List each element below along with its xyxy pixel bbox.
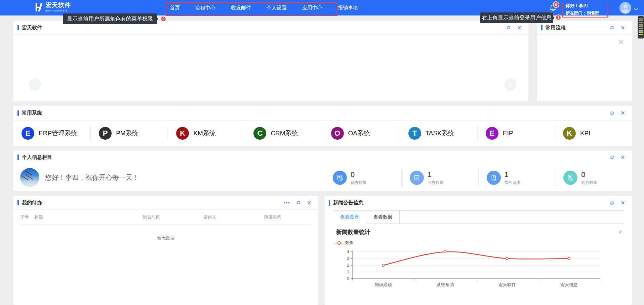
erp-system-icon: E	[22, 127, 34, 140]
legend-label: 数量	[345, 240, 353, 246]
close-icon[interactable]: ×	[307, 200, 312, 206]
download-icon[interactable]	[617, 229, 623, 236]
notification-badge: 0	[553, 1, 559, 8]
scroll-minimap[interactable]	[638, 16, 644, 38]
panel-common-systems: 常用系统 × E ERP管理系统 P PM系统 K KM系统 C CRM系统 O…	[13, 106, 632, 146]
stat-my-requests: 1 我的请求	[478, 168, 555, 187]
km-system-icon: K	[176, 127, 189, 140]
stat-pending: 0 待办数量	[325, 168, 401, 187]
svg-text:3: 3	[347, 256, 349, 261]
close-icon[interactable]: ×	[620, 200, 625, 206]
panel-title: 个人信息栏目	[22, 154, 52, 161]
title-accent-bar	[329, 200, 330, 206]
user-photo	[20, 168, 39, 187]
svg-text:4: 4	[347, 249, 349, 254]
refresh-icon[interactable]	[296, 200, 301, 205]
stat-transferred: 0 转办数量	[555, 168, 632, 187]
news-tabbar: 查看图表 查看数据	[333, 210, 624, 224]
title-accent-bar	[17, 155, 19, 160]
annotation-badge-2: 2	[160, 16, 166, 22]
title-accent-bar	[17, 110, 19, 116]
panel-common-flows: 常用流程 ×	[537, 21, 632, 101]
refresh-icon[interactable]	[506, 25, 511, 30]
title-accent-bar	[541, 25, 542, 30]
close-icon[interactable]: ×	[620, 25, 625, 31]
refresh-icon[interactable]	[610, 201, 614, 205]
panel-title: 常用流程	[546, 25, 566, 31]
stat-value: 1	[428, 171, 444, 178]
svg-text:1: 1	[347, 270, 349, 274]
legend-line-marker-icon	[335, 241, 344, 245]
svg-text:宏天软件: 宏天软件	[498, 282, 516, 287]
panel-title: 新闻公告信息	[333, 200, 363, 206]
stat-value: 0	[351, 171, 367, 178]
tab-view-data[interactable]: 查看数据	[366, 211, 400, 223]
nav-highlight-box	[166, 2, 337, 16]
nav-item-expense[interactable]: 报销事项	[338, 5, 358, 11]
panel-news: 新闻公告信息 × 查看图表 查看数据 新闻数量统计 数量 01234知识必读系统…	[325, 196, 632, 305]
pm-system-icon: P	[99, 127, 112, 140]
stat-done: 1 已办数量	[401, 168, 478, 187]
panel-title: 我的待办	[22, 200, 42, 206]
system-eip[interactable]: E EIP	[477, 126, 555, 141]
system-pm[interactable]: P PM系统	[90, 126, 168, 141]
col-arrival-time: 到达时间	[143, 214, 203, 220]
news-line-chart: 01234知识必读系统帮助宏天软件宏天信息	[333, 248, 605, 291]
transfer-list-icon	[563, 171, 577, 185]
app-logo[interactable]: 宏天软件 otent Software	[35, 2, 71, 14]
system-km[interactable]: K KM系统	[168, 126, 245, 141]
chart-title: 新闻数量统计	[336, 228, 370, 236]
svg-text:0: 0	[347, 276, 349, 281]
panel-personal-info: 个人信息栏目 × 您好！李四，祝你开心每一天！ 0 待办数量	[13, 150, 632, 191]
panel-hongtian-carousel: 宏天软件 × ‹ ›	[13, 21, 528, 101]
refresh-icon[interactable]	[610, 111, 614, 115]
welcome-message: 您好！李四，祝你开心每一天！	[45, 173, 139, 182]
calendar-done-icon	[410, 171, 424, 185]
col-flow: 所属流程	[264, 214, 312, 220]
carousel-prev-icon[interactable]: ‹	[29, 78, 41, 91]
title-accent-bar	[17, 200, 19, 205]
tab-view-chart[interactable]: 查看图表	[333, 211, 366, 224]
stats-row: 0 待办数量 1 已办数量 1 我的请求	[325, 168, 632, 187]
task-system-icon: T	[408, 127, 421, 140]
system-kpi[interactable]: K KPI	[555, 126, 632, 141]
user-info-tooltip: 右上角显示当前登录用户信息	[480, 12, 553, 23]
logo-mark-icon	[35, 2, 43, 14]
chevron-down-icon[interactable]	[634, 6, 638, 12]
svg-text:知识必读: 知识必读	[374, 282, 392, 287]
close-icon[interactable]: ×	[620, 155, 625, 160]
oa-system-icon: O	[331, 127, 344, 140]
system-erp[interactable]: E ERP管理系统	[13, 126, 90, 141]
close-icon[interactable]: ×	[517, 25, 522, 31]
avatar[interactable]	[619, 2, 631, 14]
panel-title: 宏天软件	[22, 25, 42, 31]
stat-value: 0	[581, 171, 597, 178]
stat-label: 转办数量	[581, 180, 597, 184]
my-request-icon	[487, 171, 501, 185]
system-task[interactable]: T TASK系统	[400, 126, 477, 141]
gear-icon[interactable]	[618, 39, 624, 46]
stat-label: 待办数量	[351, 180, 367, 184]
systems-row: E ERP管理系统 P PM系统 K KM系统 C CRM系统 O OA系统 T…	[13, 121, 632, 146]
panel-my-todo: 我的待办 ●●● × 序号 标题 到达时间 发起人 所属流程 暂无数据	[13, 196, 318, 305]
stat-label: 我的请求	[505, 180, 521, 184]
refresh-icon[interactable]	[610, 25, 614, 30]
stat-label: 已办数量	[428, 180, 444, 184]
svg-text:2: 2	[347, 263, 349, 268]
close-icon[interactable]: ×	[620, 110, 625, 116]
brand-name: 宏天软件	[45, 2, 71, 8]
todo-table-header: 序号 标题 到达时间 发起人 所属流程	[20, 210, 312, 225]
refresh-icon[interactable]	[610, 155, 614, 160]
carousel-next-icon[interactable]: ›	[505, 78, 517, 91]
system-crm[interactable]: C CRM系统	[245, 126, 322, 141]
system-oa[interactable]: O OA系统	[323, 126, 400, 141]
col-title: 标题	[34, 214, 143, 220]
todo-list-icon	[333, 171, 347, 185]
minimap-stripes	[639, 18, 643, 36]
crm-system-icon: C	[253, 127, 266, 140]
menu-permission-tooltip: 显示当前用户所属角色有的菜单权限	[63, 13, 157, 24]
more-icon[interactable]: ●●●	[283, 201, 290, 204]
chart-legend[interactable]: 数量	[335, 240, 353, 246]
kpi-system-icon: K	[563, 127, 576, 140]
brand-subtitle: otent Software	[45, 9, 71, 12]
